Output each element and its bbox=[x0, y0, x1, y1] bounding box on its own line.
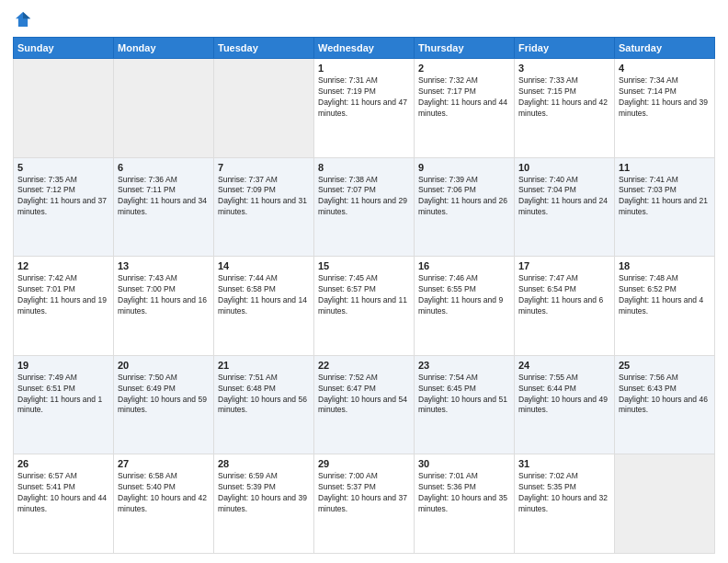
day-info: Sunrise: 7:54 AM Sunset: 6:45 PM Dayligh… bbox=[418, 373, 510, 417]
day-number: 12 bbox=[17, 260, 109, 271]
day-info: Sunrise: 7:32 AM Sunset: 7:17 PM Dayligh… bbox=[418, 75, 510, 120]
weekday-header: Saturday bbox=[615, 38, 715, 59]
weekday-header: Monday bbox=[114, 38, 214, 59]
day-number: 9 bbox=[418, 162, 510, 173]
calendar-cell: 20Sunrise: 7:50 AM Sunset: 6:49 PM Dayli… bbox=[114, 355, 214, 454]
day-number: 8 bbox=[318, 162, 410, 173]
day-info: Sunrise: 7:42 AM Sunset: 7:01 PM Dayligh… bbox=[17, 273, 109, 317]
day-info: Sunrise: 7:49 AM Sunset: 6:51 PM Dayligh… bbox=[17, 373, 109, 417]
calendar-cell: 1Sunrise: 7:31 AM Sunset: 7:19 PM Daylig… bbox=[314, 59, 415, 158]
day-number: 13 bbox=[118, 260, 210, 271]
day-number: 1 bbox=[318, 63, 410, 74]
day-info: Sunrise: 6:58 AM Sunset: 5:40 PM Dayligh… bbox=[118, 471, 210, 515]
weekday-header: Sunday bbox=[14, 38, 114, 59]
calendar-cell: 26Sunrise: 6:57 AM Sunset: 5:41 PM Dayli… bbox=[14, 454, 114, 554]
day-info: Sunrise: 7:44 AM Sunset: 6:58 PM Dayligh… bbox=[218, 273, 310, 317]
calendar-cell: 8Sunrise: 7:38 AM Sunset: 7:07 PM Daylig… bbox=[314, 157, 415, 257]
day-info: Sunrise: 7:34 AM Sunset: 7:14 PM Dayligh… bbox=[619, 75, 711, 120]
day-number: 5 bbox=[17, 162, 109, 173]
day-info: Sunrise: 7:46 AM Sunset: 6:55 PM Dayligh… bbox=[418, 273, 510, 317]
calendar-cell bbox=[14, 59, 114, 158]
day-info: Sunrise: 6:59 AM Sunset: 5:39 PM Dayligh… bbox=[218, 471, 310, 515]
header-row: SundayMondayTuesdayWednesdayThursdayFrid… bbox=[14, 38, 715, 59]
day-number: 11 bbox=[619, 162, 711, 173]
calendar-cell: 25Sunrise: 7:56 AM Sunset: 6:43 PM Dayli… bbox=[615, 355, 715, 454]
weekday-header: Wednesday bbox=[314, 38, 415, 59]
day-number: 21 bbox=[218, 360, 310, 371]
day-number: 2 bbox=[418, 63, 510, 74]
day-number: 28 bbox=[218, 458, 310, 469]
day-info: Sunrise: 7:01 AM Sunset: 5:36 PM Dayligh… bbox=[418, 471, 510, 515]
calendar-cell: 19Sunrise: 7:49 AM Sunset: 6:51 PM Dayli… bbox=[14, 355, 114, 454]
day-number: 18 bbox=[619, 260, 711, 271]
day-info: Sunrise: 7:00 AM Sunset: 5:37 PM Dayligh… bbox=[318, 471, 410, 515]
calendar-cell: 27Sunrise: 6:58 AM Sunset: 5:40 PM Dayli… bbox=[114, 454, 214, 554]
svg-marker-1 bbox=[23, 12, 30, 18]
calendar-cell: 7Sunrise: 7:37 AM Sunset: 7:09 PM Daylig… bbox=[214, 157, 314, 257]
calendar-row: 12Sunrise: 7:42 AM Sunset: 7:01 PM Dayli… bbox=[14, 257, 715, 356]
calendar-cell: 31Sunrise: 7:02 AM Sunset: 5:35 PM Dayli… bbox=[515, 454, 615, 554]
weekday-header: Tuesday bbox=[214, 38, 314, 59]
day-number: 19 bbox=[17, 360, 109, 371]
calendar-cell: 28Sunrise: 6:59 AM Sunset: 5:39 PM Dayli… bbox=[214, 454, 314, 554]
day-number: 15 bbox=[318, 260, 410, 271]
calendar-cell: 4Sunrise: 7:34 AM Sunset: 7:14 PM Daylig… bbox=[615, 59, 715, 158]
day-number: 26 bbox=[17, 458, 109, 469]
day-info: Sunrise: 7:02 AM Sunset: 5:35 PM Dayligh… bbox=[518, 471, 610, 515]
calendar-cell: 29Sunrise: 7:00 AM Sunset: 5:37 PM Dayli… bbox=[314, 454, 415, 554]
day-number: 22 bbox=[318, 360, 410, 371]
day-info: Sunrise: 7:36 AM Sunset: 7:11 PM Dayligh… bbox=[118, 175, 210, 219]
day-info: Sunrise: 7:45 AM Sunset: 6:57 PM Dayligh… bbox=[318, 273, 410, 317]
calendar-cell: 13Sunrise: 7:43 AM Sunset: 7:00 PM Dayli… bbox=[114, 257, 214, 356]
calendar-cell: 17Sunrise: 7:47 AM Sunset: 6:54 PM Dayli… bbox=[515, 257, 615, 356]
calendar-cell: 10Sunrise: 7:40 AM Sunset: 7:04 PM Dayli… bbox=[515, 157, 615, 257]
day-info: Sunrise: 7:39 AM Sunset: 7:06 PM Dayligh… bbox=[418, 175, 510, 219]
day-info: Sunrise: 6:57 AM Sunset: 5:41 PM Dayligh… bbox=[17, 471, 109, 515]
calendar-cell: 2Sunrise: 7:32 AM Sunset: 7:17 PM Daylig… bbox=[415, 59, 515, 158]
day-number: 7 bbox=[218, 162, 310, 173]
day-info: Sunrise: 7:37 AM Sunset: 7:09 PM Dayligh… bbox=[218, 175, 310, 219]
day-info: Sunrise: 7:40 AM Sunset: 7:04 PM Dayligh… bbox=[518, 175, 610, 219]
calendar-cell: 16Sunrise: 7:46 AM Sunset: 6:55 PM Dayli… bbox=[415, 257, 515, 356]
calendar-cell: 15Sunrise: 7:45 AM Sunset: 6:57 PM Dayli… bbox=[314, 257, 415, 356]
day-number: 17 bbox=[518, 260, 610, 271]
weekday-header: Friday bbox=[515, 38, 615, 59]
day-number: 23 bbox=[418, 360, 510, 371]
logo bbox=[13, 9, 35, 29]
calendar-cell: 11Sunrise: 7:41 AM Sunset: 7:03 PM Dayli… bbox=[615, 157, 715, 257]
day-number: 29 bbox=[318, 458, 410, 469]
day-info: Sunrise: 7:47 AM Sunset: 6:54 PM Dayligh… bbox=[518, 273, 610, 317]
calendar-cell: 12Sunrise: 7:42 AM Sunset: 7:01 PM Dayli… bbox=[14, 257, 114, 356]
day-info: Sunrise: 7:43 AM Sunset: 7:00 PM Dayligh… bbox=[118, 273, 210, 317]
day-number: 25 bbox=[619, 360, 711, 371]
day-info: Sunrise: 7:52 AM Sunset: 6:47 PM Dayligh… bbox=[318, 373, 410, 417]
calendar-cell: 5Sunrise: 7:35 AM Sunset: 7:12 PM Daylig… bbox=[14, 157, 114, 257]
day-info: Sunrise: 7:35 AM Sunset: 7:12 PM Dayligh… bbox=[17, 175, 109, 219]
calendar-cell: 14Sunrise: 7:44 AM Sunset: 6:58 PM Dayli… bbox=[214, 257, 314, 356]
calendar-cell: 9Sunrise: 7:39 AM Sunset: 7:06 PM Daylig… bbox=[415, 157, 515, 257]
day-info: Sunrise: 7:51 AM Sunset: 6:48 PM Dayligh… bbox=[218, 373, 310, 417]
day-number: 3 bbox=[518, 63, 610, 74]
calendar-cell: 18Sunrise: 7:48 AM Sunset: 6:52 PM Dayli… bbox=[615, 257, 715, 356]
calendar-row: 5Sunrise: 7:35 AM Sunset: 7:12 PM Daylig… bbox=[14, 157, 715, 257]
page: SundayMondayTuesdayWednesdayThursdayFrid… bbox=[0, 0, 728, 563]
header bbox=[13, 9, 715, 29]
day-number: 14 bbox=[218, 260, 310, 271]
logo-icon bbox=[13, 9, 33, 29]
calendar-cell: 30Sunrise: 7:01 AM Sunset: 5:36 PM Dayli… bbox=[415, 454, 515, 554]
day-number: 6 bbox=[118, 162, 210, 173]
day-info: Sunrise: 7:33 AM Sunset: 7:15 PM Dayligh… bbox=[518, 75, 610, 120]
calendar-table: SundayMondayTuesdayWednesdayThursdayFrid… bbox=[13, 37, 715, 554]
calendar-cell: 6Sunrise: 7:36 AM Sunset: 7:11 PM Daylig… bbox=[114, 157, 214, 257]
calendar-cell bbox=[114, 59, 214, 158]
day-info: Sunrise: 7:48 AM Sunset: 6:52 PM Dayligh… bbox=[619, 273, 711, 317]
calendar-row: 19Sunrise: 7:49 AM Sunset: 6:51 PM Dayli… bbox=[14, 355, 715, 454]
day-info: Sunrise: 7:50 AM Sunset: 6:49 PM Dayligh… bbox=[118, 373, 210, 417]
day-number: 24 bbox=[518, 360, 610, 371]
calendar-cell: 24Sunrise: 7:55 AM Sunset: 6:44 PM Dayli… bbox=[515, 355, 615, 454]
calendar-cell: 23Sunrise: 7:54 AM Sunset: 6:45 PM Dayli… bbox=[415, 355, 515, 454]
day-number: 27 bbox=[118, 458, 210, 469]
day-number: 20 bbox=[118, 360, 210, 371]
weekday-header: Thursday bbox=[415, 38, 515, 59]
day-number: 31 bbox=[518, 458, 610, 469]
